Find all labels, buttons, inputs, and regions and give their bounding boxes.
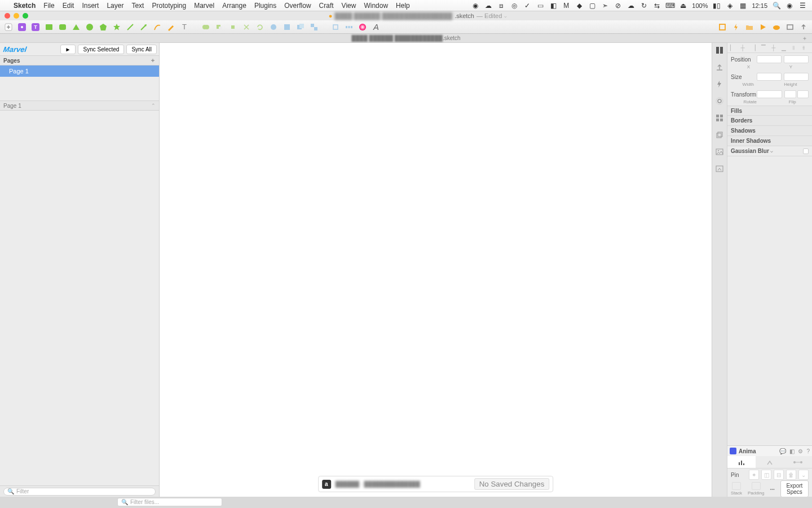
menu-text[interactable]: Text	[131, 2, 144, 10]
size-width-input[interactable]	[757, 73, 782, 81]
flip-h-button[interactable]	[784, 90, 796, 98]
spotlight-icon[interactable]: 🔍	[773, 2, 780, 10]
scissors-tool-button[interactable]	[241, 22, 251, 32]
size-height-input[interactable]	[784, 73, 809, 81]
add-page-button[interactable]: ＋	[150, 56, 156, 64]
anima-chat-icon[interactable]: 💬	[779, 448, 786, 454]
shadows-section[interactable]: Shadows	[727, 126, 812, 136]
artboard-button[interactable]	[717, 22, 727, 32]
menu-file[interactable]: File	[43, 2, 54, 10]
menu-overflow[interactable]: Overflow	[284, 2, 311, 10]
display-icon[interactable]: ▭	[536, 2, 544, 10]
align-top-icon[interactable]: ▔	[761, 45, 768, 51]
notification-center-icon[interactable]: ☰	[798, 2, 806, 10]
keyboard-icon[interactable]: ⌨	[666, 2, 674, 10]
status-icon-4[interactable]: ◎	[510, 2, 518, 10]
arrow-tool-button[interactable]	[139, 22, 149, 32]
menu-edit[interactable]: Edit	[63, 2, 74, 10]
dropbox-icon[interactable]: ⧈	[497, 2, 505, 10]
lightning-button[interactable]	[731, 22, 741, 32]
line-tool-button[interactable]	[125, 22, 135, 32]
ungroup-button[interactable]	[309, 22, 319, 32]
pin-dropdown-button[interactable]: ⌄	[798, 470, 809, 480]
pin-delete-button[interactable]: 🗑	[786, 470, 796, 480]
menu-view[interactable]: View	[342, 2, 356, 10]
menu-marvel[interactable]: Marvel	[194, 2, 214, 10]
gaussian-blur-section[interactable]: Gaussian Blur ⌵	[727, 146, 812, 156]
flip-v-button[interactable]	[797, 90, 809, 98]
layer-filter-input[interactable]: 🔍 Filter	[3, 488, 156, 496]
insert-plus-button[interactable]	[3, 22, 14, 32]
send-icon[interactable]: ➣	[601, 2, 609, 10]
inspector-tab-duplicate[interactable]	[714, 130, 725, 140]
background-filter-files-input[interactable]: 🔍 Filter files...	[117, 498, 222, 506]
diamond-icon[interactable]: ◆	[575, 2, 583, 10]
anima-tab-interaction[interactable]	[756, 456, 784, 468]
symbol-tool-button[interactable]	[17, 22, 27, 32]
anima-tab-flow[interactable]	[784, 456, 812, 468]
layers-collapse-icon[interactable]: ⌃	[151, 103, 156, 108]
align-vcenter-icon[interactable]: ┼	[771, 45, 778, 51]
status-icon-10[interactable]: ▢	[588, 2, 596, 10]
pencil-tool-button[interactable]	[166, 22, 176, 32]
stack-button[interactable]: Stack	[731, 482, 742, 496]
cloud-sync-button[interactable]	[771, 22, 782, 32]
align-left-icon[interactable]: ▏	[730, 45, 737, 51]
window-close-button[interactable]	[5, 13, 10, 19]
text-style-button[interactable]: T	[30, 22, 41, 32]
flatten-button[interactable]	[268, 22, 279, 32]
oval-tool-button[interactable]	[85, 22, 95, 32]
boolean-subtract-button[interactable]	[214, 22, 224, 32]
menubar-clock[interactable]: 12:15	[752, 2, 767, 9]
inspector-tab-layout[interactable]	[714, 113, 725, 123]
polygon-tool-button[interactable]	[98, 22, 108, 32]
checkmark-circle-icon[interactable]: ✓	[523, 2, 531, 10]
rectangle-tool-button[interactable]	[44, 22, 54, 32]
preview-button[interactable]	[785, 22, 795, 32]
wifi-icon[interactable]: ◈	[726, 2, 734, 10]
battery-icon[interactable]: ▮▯	[713, 2, 721, 10]
status-icon-8[interactable]: M	[562, 2, 570, 10]
window-zoom-button[interactable]	[23, 13, 28, 19]
pin-lr-button[interactable]: ◫	[761, 470, 771, 480]
inspector-tab-export[interactable]	[714, 62, 725, 72]
cloud-icon[interactable]: ☁	[484, 2, 492, 10]
pin-all-button[interactable]: ✦	[749, 470, 759, 480]
eject-icon[interactable]: ⏏	[679, 2, 687, 10]
menu-window[interactable]: Window	[364, 2, 388, 10]
status-icon-1[interactable]: ◉	[471, 2, 479, 10]
sync-all-button[interactable]: Sync All	[126, 45, 157, 54]
triangle-tool-button[interactable]	[71, 22, 81, 32]
inspector-tab-craft[interactable]	[714, 45, 725, 55]
forward-button[interactable]	[330, 22, 341, 32]
folder-button[interactable]	[744, 22, 754, 32]
cloud2-icon[interactable]: ☁	[627, 2, 635, 10]
clock-circle-icon[interactable]: ⊘	[614, 2, 622, 10]
color-picker-button[interactable]	[358, 22, 368, 32]
menu-insert[interactable]: Insert	[82, 2, 99, 10]
pin-tb-button[interactable]: ⊟	[774, 470, 784, 480]
anima-panel-icon[interactable]: ◧	[789, 448, 795, 454]
menubar-app-name[interactable]: Sketch	[14, 2, 36, 10]
group-button[interactable]	[295, 22, 306, 32]
title-dropdown-icon[interactable]: ⌵	[504, 14, 507, 19]
anima-tab-layout[interactable]	[727, 456, 756, 468]
align-bottom-icon[interactable]: ▁	[782, 45, 788, 51]
align-right-icon[interactable]: ▕	[751, 45, 758, 51]
rotate-tool-button[interactable]	[255, 22, 265, 32]
gaussian-checkbox[interactable]	[803, 148, 809, 154]
document-tab-redacted[interactable]: ████ ██████ ████████████	[351, 35, 442, 41]
export-specs-button[interactable]: Export Specs	[780, 480, 809, 497]
fills-section[interactable]: Fills	[727, 106, 812, 116]
anima-settings-icon[interactable]: ⚙	[798, 448, 803, 454]
font-tool-button[interactable]: A	[371, 22, 381, 32]
menu-craft[interactable]: Craft	[319, 2, 334, 10]
position-x-input[interactable]	[757, 55, 782, 63]
export-button[interactable]	[798, 22, 809, 32]
sync-icon[interactable]: ⇆	[653, 2, 661, 10]
menu-arrange[interactable]: Arrange	[222, 2, 246, 10]
menu-plugins[interactable]: Plugins	[254, 2, 276, 10]
position-y-input[interactable]	[784, 55, 809, 63]
inspector-tab-stock[interactable]	[714, 164, 725, 174]
padding-button[interactable]: Padding	[748, 482, 764, 496]
